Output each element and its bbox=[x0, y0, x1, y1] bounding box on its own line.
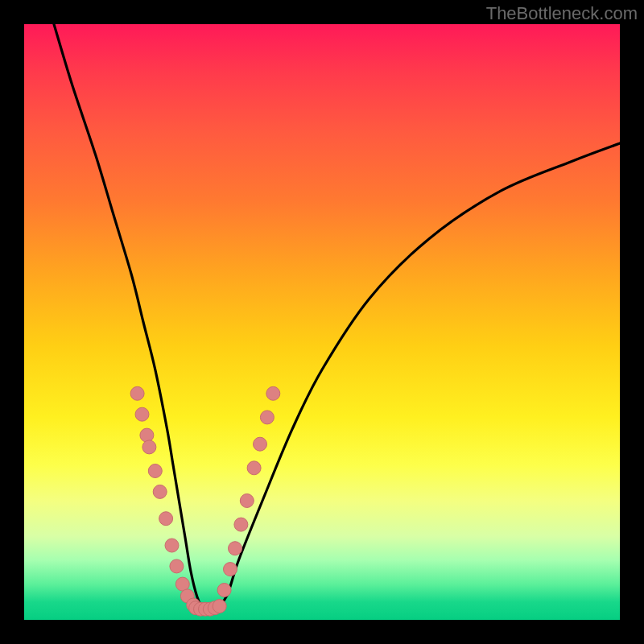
data-point bbox=[148, 464, 162, 478]
data-point bbox=[170, 559, 184, 573]
data-point bbox=[165, 539, 179, 552]
chart-svg bbox=[24, 24, 620, 620]
bottleneck-curve bbox=[54, 24, 620, 609]
data-point bbox=[142, 440, 156, 454]
plot-area bbox=[24, 24, 620, 620]
data-point bbox=[247, 461, 261, 475]
watermark-text: TheBottleneck.com bbox=[486, 3, 638, 24]
data-point bbox=[266, 386, 280, 400]
outer-frame: TheBottleneck.com bbox=[0, 0, 644, 644]
data-point bbox=[153, 485, 167, 498]
data-point bbox=[130, 386, 144, 400]
data-point bbox=[240, 494, 254, 508]
data-point bbox=[224, 563, 237, 576]
data-point bbox=[260, 411, 274, 424]
data-point bbox=[217, 584, 231, 597]
data-point bbox=[254, 437, 267, 451]
data-point bbox=[135, 407, 149, 421]
data-point bbox=[213, 600, 226, 613]
right-branch-dots bbox=[217, 386, 280, 597]
data-point bbox=[140, 428, 154, 442]
data-point bbox=[229, 542, 242, 555]
data-point bbox=[234, 518, 248, 531]
valley-dots bbox=[189, 600, 227, 617]
data-point bbox=[159, 512, 173, 526]
